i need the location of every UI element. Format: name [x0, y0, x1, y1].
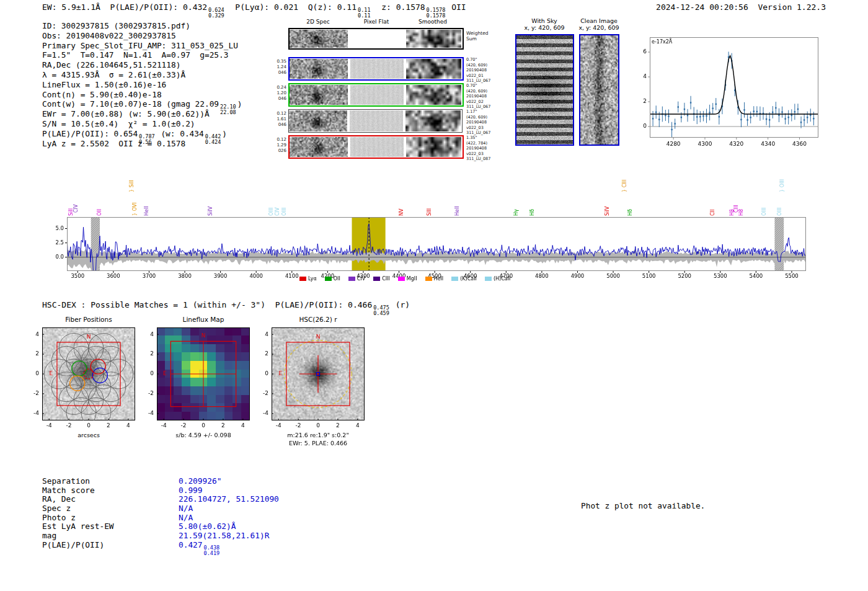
- legend-label: (H)CaII: [494, 276, 510, 282]
- match-table-row: mag21.59(21.58,21.61)R: [42, 531, 279, 541]
- spec2d-cell: [290, 59, 348, 79]
- spec2d-row-labels: 0.70" (420, 609) 20190408 v022_02 311_LU…: [466, 83, 498, 110]
- match-row-label: Match score: [42, 486, 179, 495]
- lineflux-cutout-chart: [136, 325, 260, 432]
- catalog-match-table: Separation0.209926"Match score0.999RA, D…: [42, 477, 279, 550]
- legend-swatch: [398, 277, 405, 281]
- text-segment: N/A: [179, 504, 193, 513]
- info-line: ID: 3002937815 (3002937815.pdf): [42, 21, 242, 31]
- text-segment: Cont(w) = 7.10(±0.07)e-18 (gmag 22.09: [42, 99, 219, 109]
- hsc-dex-header: HSC-DEX : Possible Matches = 1 (within +…: [42, 300, 410, 316]
- legend-item: CIII: [373, 276, 390, 282]
- spec2d-cell: [289, 110, 347, 131]
- spec2d-cell: [290, 85, 348, 105]
- text-segment: HSC-DEX : Possible Matches = 1 (within +…: [42, 300, 372, 309]
- spec2d-row-labels: 1.35" (422, 784) 20190408 v022_03 311_LU…: [466, 135, 498, 162]
- text-segment: LyA z = 2.5502 OII z = 0.1578: [42, 139, 185, 148]
- match-row-label: P(LAE)/P(OII): [42, 541, 179, 550]
- match-table-row: Match score0.999: [42, 486, 279, 495]
- detection-info-block: ID: 3002937815 (3002937815.pdf)Obs: 2019…: [42, 21, 242, 148]
- spectral-line-label: } OIII: [779, 179, 785, 192]
- text-segment: 226.104727, 51.521090: [179, 494, 279, 504]
- legend-swatch: [425, 277, 432, 281]
- legend-label: CIV: [357, 276, 365, 282]
- timestamp-version: 2024-12-24 00:20:56 Version 1.22.3: [656, 2, 826, 12]
- spec2d-cell: [290, 137, 348, 157]
- info-line: F=1.5" T=0.147 N=1.41 A=0.97 g=25.3: [42, 50, 242, 60]
- fiber-cutout-chart: [21, 325, 145, 432]
- text-segment: 21.59(21.58,21.61)R: [179, 531, 269, 540]
- line-fit-zoom-chart: [626, 30, 831, 154]
- stacked-uncertainty: 0.4750.459: [373, 305, 389, 316]
- match-row-label: mag: [42, 531, 179, 541]
- spec2d-row-labels: 1.17" (420, 609) 20190408 v022_03 311_LU…: [466, 109, 498, 136]
- phot-z-note: Phot z plot not available.: [581, 501, 705, 510]
- info-line: EWr = 7.00(±0.88) (w: 5.90(±0.62))Å: [42, 109, 242, 119]
- text-segment: Primary Spec_Slot_IFU_AMP: 311_053_025_L…: [42, 41, 238, 50]
- spec2d-row: [288, 135, 464, 159]
- text-segment: (w: 0.434: [156, 129, 204, 138]
- cutout-caption: EWr: 5. PLAE: 0.466: [256, 440, 380, 447]
- info-line: RA,Dec (226.104645,51.521118): [42, 60, 242, 70]
- text-segment: EW: 5.9±1.1Å P(LAE)/P(OII): 0.432: [42, 2, 207, 12]
- stacked-uncertainty: 0.4420.424: [205, 134, 221, 145]
- spectral-line-label: SiIV: [604, 207, 610, 216]
- spectral-line-label: OII: [97, 209, 102, 216]
- spec2d-row-weights: 0.24 1.20 046: [272, 85, 286, 102]
- match-table-row: Photo zN/A: [42, 513, 279, 523]
- pixel-flat-cell: [350, 85, 404, 105]
- legend-label: MgII: [407, 276, 417, 282]
- spectral-line-label: SIII: [427, 208, 432, 216]
- spectral-line-label: OIII: [268, 208, 274, 216]
- match-row-value: 21.59(21.58,21.61)R: [179, 531, 269, 541]
- text-segment: 5.80(±0.62)Å: [179, 522, 236, 531]
- spectral-line-label: Hγ: [513, 209, 519, 216]
- spec2d-row-labels: 0.70" (420, 609) 20190408 v022_01 311_LU…: [466, 57, 498, 84]
- smoothed-cell: [406, 30, 461, 48]
- smoothed-cell: [405, 110, 461, 131]
- spectral-line-label: OIII: [777, 208, 782, 216]
- match-row-value: N/A: [179, 513, 193, 523]
- spectral-line-label: } CIII: [622, 180, 627, 192]
- text-segment: P(LAE)/P(OII): 0.654: [42, 129, 138, 138]
- legend-label: Lyα: [308, 276, 317, 282]
- match-row-label: Photo z: [42, 513, 179, 523]
- match-row-label: Spec z: [42, 504, 179, 513]
- info-line: S/N = 10.5(±0.4) χ² = 1.0(±0.2): [42, 119, 242, 129]
- spectral-line-label: OIII: [761, 208, 767, 216]
- spectral-line-label: NV: [399, 209, 404, 216]
- info-line: Primary Spec_Slot_IFU_AMP: 311_053_025_L…: [42, 41, 242, 51]
- match-table-row: P(LAE)/P(OII)0.4270.4380.419: [42, 541, 279, 550]
- legend-swatch: [299, 277, 306, 281]
- legend-item: Lyα: [299, 276, 317, 282]
- legend-label: (K)CaII: [460, 276, 477, 282]
- legend-label: HeII: [434, 276, 444, 282]
- smoothed-cell: [406, 85, 461, 105]
- text-segment: (r): [391, 300, 410, 309]
- clean-image-title: Clean Image: [556, 17, 642, 24]
- legend-label: CIII: [382, 276, 390, 282]
- match-row-label: Separation: [42, 477, 179, 486]
- text-segment: 0.427: [179, 540, 203, 549]
- spectral-line-label: OIII: [281, 208, 287, 216]
- text-segment: RA,Dec (226.104645,51.521118): [42, 60, 180, 69]
- info-line: Cont(w) = 7.10(±0.07)e-18 (gmag 22.0922.…: [42, 99, 242, 109]
- smoothed-cell: [406, 137, 461, 157]
- text-segment: EWr = 7.00(±0.88) (w: 5.90(±0.62))Å: [42, 109, 210, 118]
- text-segment: 0.209926": [179, 476, 221, 486]
- match-row-value: 5.80(±0.62)Å: [179, 522, 236, 531]
- spec2d-col-header-pixelflat: Pixel Flat: [352, 19, 401, 25]
- info-line: Cont(n) = 5.90(±0.40)e-18: [42, 90, 242, 100]
- match-row-value: N/A: [179, 504, 193, 513]
- hsc-cutout-chart: [250, 325, 374, 432]
- spectral-line-label: HeII: [144, 206, 149, 216]
- match-table-row: Separation0.209926": [42, 477, 279, 486]
- legend-swatch: [373, 277, 380, 281]
- match-row-value: 0.999: [179, 486, 203, 495]
- pixel-flat-cell: [350, 30, 404, 48]
- text-segment: ): [222, 129, 227, 138]
- pixel-flat-cell: [350, 137, 404, 157]
- spec2d-col-header-smoothed: Smoothed: [408, 19, 458, 25]
- spec2d-row: [288, 28, 464, 50]
- legend-swatch: [348, 277, 355, 281]
